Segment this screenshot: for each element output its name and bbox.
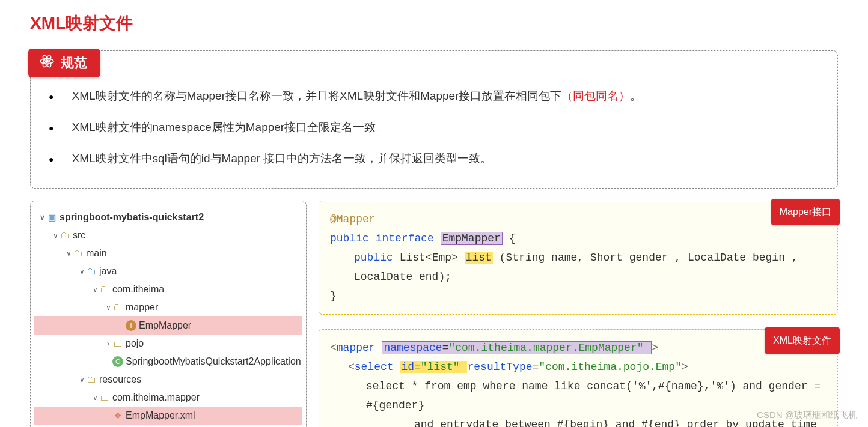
tree-mapper-pkg[interactable]: ∨🗀 mapper [34, 298, 302, 316]
folder-icon: 🗀 [60, 230, 70, 241]
code-badge-xml: XML映射文件 [765, 327, 840, 354]
xml-file-icon: ❖ [112, 410, 123, 421]
highlight-namespace: namespace="com.itheima.mapper.EmpMapper" [382, 341, 652, 354]
sql-line-1: select * from emp where name like concat… [330, 377, 827, 415]
page-title: XML映射文件 [30, 12, 838, 35]
project-tree: ∨▣ springboot-mybatis-quickstart2 ∨🗀 src… [30, 201, 307, 427]
highlight-classname: EmpMapper [441, 232, 503, 245]
tree-res-pkg[interactable]: ∨🗀 com.itheima.mapper [34, 389, 302, 407]
tree-resources[interactable]: ∨🗀 resources [34, 371, 302, 389]
watermark: CSDN @玻璃瓶和纸飞机 [757, 410, 857, 421]
folder-icon: 🗀 [86, 266, 97, 277]
tree-root[interactable]: ∨▣ springboot-mybatis-quickstart2 [34, 208, 302, 226]
interface-icon: I [126, 320, 136, 331]
tree-src[interactable]: ∨🗀 src [34, 226, 302, 244]
spec-list: XML映射文件的名称与Mapper接口名称一致，并且将XML映射文件和Mappe… [49, 81, 819, 175]
svg-point-0 [46, 60, 48, 62]
tree-java[interactable]: ∨🗀 java [34, 262, 302, 280]
tree-empmapper-xml[interactable]: ❖ EmpMapper.xml [34, 407, 302, 425]
tree-appclass[interactable]: C SpringbootMybatisQuickstart2Applicatio… [34, 353, 302, 371]
spec-badge: 规范 [28, 49, 100, 77]
highlight-id: id="list" [400, 361, 467, 373]
class-icon: C [112, 356, 123, 367]
sql-line-2: and entrydate between #{begin} and #{end… [330, 415, 827, 427]
package-icon: 🗀 [99, 392, 110, 403]
spec-item-2: XML映射文件的namespace属性为Mapper接口全限定名一致。 [49, 112, 819, 144]
spec-item-1: XML映射文件的名称与Mapper接口名称一致，并且将XML映射文件和Mappe… [49, 81, 819, 112]
package-icon: 🗀 [112, 302, 123, 313]
tree-empmapper[interactable]: I EmpMapper [34, 316, 302, 335]
package-icon: 🗀 [112, 338, 123, 349]
spec-box: 规范 XML映射文件的名称与Mapper接口名称一致，并且将XML映射文件和Ma… [30, 50, 838, 189]
code-block-mapper: Mapper接口 @Mapper public interface EmpMap… [319, 201, 838, 315]
atom-icon [39, 53, 55, 73]
project-icon: ▣ [46, 212, 57, 223]
tree-pkg[interactable]: ∨🗀 com.itheima [34, 280, 302, 298]
tree-pojo[interactable]: ›🗀 pojo [34, 335, 302, 353]
tree-main[interactable]: ∨🗀 main [34, 244, 302, 262]
tree-appprops[interactable]: ⚙ application.properties [34, 425, 302, 427]
highlight-method: list [465, 252, 493, 264]
folder-icon: 🗀 [86, 374, 97, 385]
spec-item-3: XML映射文件中sql语句的id与Mapper 接口中的方法名一致，并保持返回类… [49, 144, 819, 175]
spec-badge-label: 规范 [61, 54, 87, 72]
code-badge-mapper: Mapper接口 [771, 199, 840, 225]
folder-icon: 🗀 [73, 248, 84, 259]
package-icon: 🗀 [99, 284, 110, 295]
